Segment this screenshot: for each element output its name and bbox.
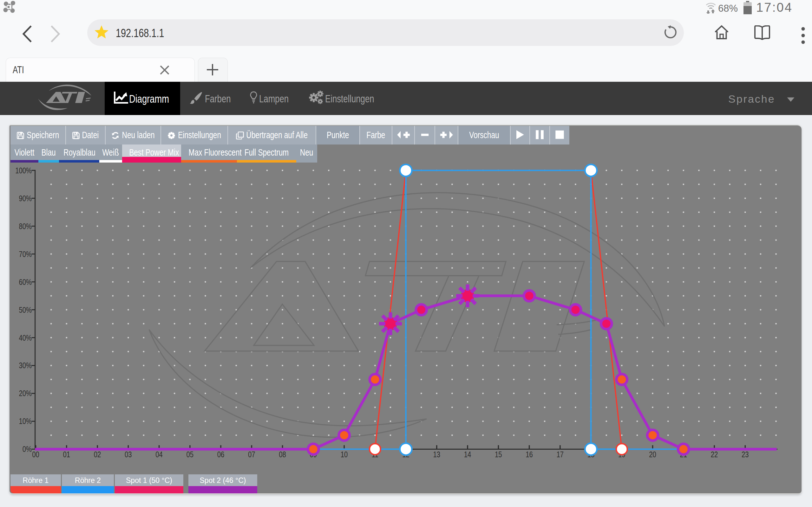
svg-text:06: 06 <box>217 450 224 459</box>
svg-text:00: 00 <box>32 450 39 459</box>
svg-text:05: 05 <box>187 450 194 459</box>
svg-text:17: 17 <box>557 450 564 459</box>
svg-text:50%: 50% <box>19 305 32 314</box>
svg-text:03: 03 <box>125 450 132 459</box>
svg-text:0%: 0% <box>22 445 32 454</box>
svg-text:100%: 100% <box>15 166 32 175</box>
svg-text:13: 13 <box>433 450 441 459</box>
svg-text:16: 16 <box>525 450 533 459</box>
svg-text:80%: 80% <box>19 222 32 231</box>
svg-text:08: 08 <box>279 450 286 459</box>
svg-text:02: 02 <box>94 450 101 459</box>
svg-text:60%: 60% <box>19 277 32 286</box>
svg-text:20%: 20% <box>19 389 32 398</box>
svg-text:70%: 70% <box>19 249 32 259</box>
svg-text:04: 04 <box>155 450 163 459</box>
svg-text:01: 01 <box>63 450 70 459</box>
svg-text:30%: 30% <box>19 361 32 370</box>
svg-text:22: 22 <box>711 450 718 459</box>
svg-text:14: 14 <box>464 450 471 459</box>
svg-text:20: 20 <box>649 450 656 459</box>
svg-text:07: 07 <box>248 450 255 459</box>
svg-text:23: 23 <box>742 450 749 459</box>
svg-text:90%: 90% <box>19 193 32 203</box>
svg-text:40%: 40% <box>19 333 32 342</box>
svg-text:10%: 10% <box>19 417 32 426</box>
svg-text:10: 10 <box>341 450 348 459</box>
svg-text:15: 15 <box>495 450 502 459</box>
